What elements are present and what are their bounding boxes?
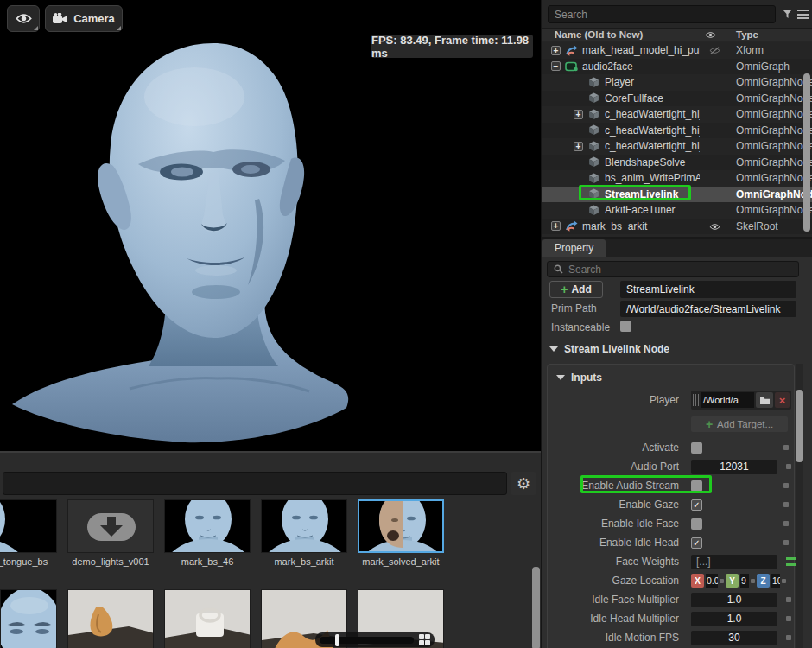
asset-label: mark_solved_arkit <box>358 556 444 567</box>
property-row-idle-head-multiplier: Idle Head Multiplier1.0 <box>548 609 794 628</box>
collapse-triangle-icon <box>549 346 558 352</box>
asset-thumbnail[interactable] <box>0 589 57 648</box>
gaze-location-xyz-widget[interactable]: X0.0Y9Z10 <box>691 574 788 588</box>
content-options-button[interactable]: ⚙ <box>511 472 536 495</box>
asset-thumbnail[interactable] <box>164 589 251 648</box>
tree-row[interactable]: +c_headWatertight_hi_OmniGraphNode <box>542 138 812 155</box>
axis-z-value[interactable]: 10 <box>771 574 780 588</box>
visibility-column-eye-icon[interactable] <box>705 30 716 41</box>
tree-row[interactable]: −audio2faceOmniGraph <box>542 59 812 75</box>
audio-port-field[interactable]: 12031 <box>691 460 777 474</box>
asset-thumbnail-mark-bs-46[interactable] <box>164 499 251 553</box>
xform-icon <box>564 45 579 56</box>
player-target-widget[interactable]: /World/a × <box>691 391 791 410</box>
connection-dot <box>751 579 755 583</box>
clear-target-button[interactable]: × <box>775 392 790 408</box>
content-scrollbar[interactable] <box>532 567 540 648</box>
player-target-value[interactable]: /World/a <box>701 392 754 408</box>
cube-icon <box>587 156 601 168</box>
expand-toggle-icon[interactable]: − <box>551 61 561 71</box>
visibility-menu-button[interactable] <box>7 5 40 32</box>
instanceable-checkbox[interactable] <box>620 321 631 332</box>
asset-thumbnail-laire-tongue-bs[interactable] <box>0 499 57 553</box>
asset-thumbnail-mark-solved-arkit[interactable] <box>358 499 444 553</box>
thumbnail-size-slider[interactable] <box>315 632 435 647</box>
tree-row[interactable]: BlendshapeSolveOmniGraphNode <box>542 155 812 171</box>
grid-view-icon[interactable] <box>419 634 430 645</box>
face-weights-field[interactable]: [...] <box>691 555 777 569</box>
expand-toggle-icon[interactable]: + <box>551 221 561 231</box>
prim-path-field[interactable]: /World/audio2face/StreamLivelink <box>620 301 796 317</box>
tree-row[interactable]: c_headWatertight_hi_OmniGraphNode <box>542 123 812 139</box>
stage-search-input[interactable] <box>548 5 776 23</box>
tree-row[interactable]: StreamLivelinkOmniGraphNode <box>542 187 812 203</box>
plus-icon: + <box>706 420 713 429</box>
slider-track[interactable] <box>320 637 414 644</box>
asset-thumbnail-mark-bs-arkit[interactable] <box>261 499 347 553</box>
browse-folder-button[interactable] <box>756 392 773 408</box>
connection-dot <box>783 502 789 507</box>
idle-face-multiplier-field[interactable]: 1.0 <box>691 593 777 607</box>
filter-icon[interactable] <box>782 9 793 22</box>
inputs-section-header[interactable]: Inputs <box>556 372 602 384</box>
connection-dot <box>783 540 789 545</box>
tab-property[interactable]: Property <box>542 239 606 257</box>
viewport-3d[interactable]: Camera FPS: 83.49, Frame time: 11.98 ms <box>0 0 541 451</box>
stage-scrollbar[interactable] <box>803 73 810 232</box>
idle-motion-fps-field[interactable]: 30 <box>691 631 777 645</box>
gear-icon: ⚙ <box>517 474 530 493</box>
tree-row[interactable]: +mark_bs_arkitSkelRoot <box>542 219 812 235</box>
tree-row[interactable]: PlayerOmniGraphNode <box>542 74 812 91</box>
tree-row-type: OmniGraphNode <box>736 76 812 88</box>
property-scrollbar[interactable] <box>796 390 803 462</box>
activate-checkbox[interactable] <box>691 442 702 454</box>
eye-hidden-icon[interactable] <box>703 45 726 57</box>
enable-gaze-label: Enable Gaze <box>548 499 679 511</box>
tree-row[interactable]: +c_headWatertight_hi_OmniGraphNode <box>542 106 812 123</box>
cube-icon <box>587 92 601 104</box>
cube-icon <box>587 77 601 88</box>
add-property-button[interactable]: + Add <box>549 281 603 298</box>
prim-name-field[interactable]: StreamLivelink <box>620 281 796 298</box>
collapse-triangle-icon <box>556 375 565 380</box>
camera-menu-button[interactable]: Camera <box>45 5 123 32</box>
connection-dot <box>720 579 724 583</box>
inputs-group: Inputs Player /World/a × <box>547 364 795 648</box>
drag-handle-icon[interactable] <box>693 394 699 406</box>
enable-gaze-checkbox[interactable]: ✓ <box>691 499 702 511</box>
expand-toggle-icon[interactable]: + <box>551 46 561 55</box>
tree-row-label: audio2face <box>582 60 633 73</box>
tree-row[interactable]: bs_anim_WritePrimAtOmniGraphNode <box>542 170 812 187</box>
column-type[interactable]: Type <box>736 29 758 40</box>
tree-row[interactable]: ArkitFaceTunerOmniGraphNode <box>542 202 812 219</box>
column-name[interactable]: Name (Old to New) <box>555 29 643 40</box>
tree-row[interactable]: CoreFullfaceOmniGraphNode <box>542 91 812 107</box>
connection-dot <box>786 464 791 469</box>
property-search-input[interactable]: Search <box>547 261 799 277</box>
axis-x-value[interactable]: 0.0 <box>706 574 718 588</box>
enable-idle-face-checkbox[interactable] <box>691 518 702 530</box>
content-browser-panel: ⚙ laire_tongue_bsdemo_lights_v001mark_bs… <box>0 451 541 648</box>
content-path-bar[interactable] <box>3 472 507 495</box>
eye-visible-icon[interactable] <box>703 221 726 233</box>
axis-y-value[interactable]: 9 <box>740 574 749 588</box>
search-icon <box>554 264 563 274</box>
tree-row-type: OmniGraphNode <box>736 172 812 184</box>
asset-thumbnail[interactable] <box>67 589 154 648</box>
slider-handle[interactable] <box>335 634 339 646</box>
expand-toggle-icon[interactable]: + <box>574 110 583 119</box>
enable-idle-head-checkbox[interactable]: ✓ <box>691 537 702 549</box>
section-stream-livelink-node[interactable]: Stream Livelink Node <box>549 343 669 355</box>
tree-row[interactable]: +mark_head_model_hi_pubXform <box>542 42 812 59</box>
tree-row-label: c_headWatertight_hi_ <box>605 124 700 137</box>
enable-idle-face-label: Enable Idle Face <box>548 518 679 530</box>
expand-toggle-icon[interactable]: + <box>574 142 583 151</box>
add-target-button[interactable]: + Add Target... <box>691 416 788 432</box>
asset-thumbnail-demo-lights-v001[interactable] <box>67 499 154 553</box>
menu-icon[interactable] <box>797 10 809 19</box>
inputs-rows: ActivateAudio Port12031Enable Audio Stre… <box>548 438 794 648</box>
axis-z-badge: Z <box>757 574 770 588</box>
enable-audio-stream-checkbox[interactable] <box>691 480 702 492</box>
tree-row-label: mark_head_model_hi_pub <box>582 44 700 56</box>
idle-head-multiplier-field[interactable]: 1.0 <box>691 612 777 626</box>
